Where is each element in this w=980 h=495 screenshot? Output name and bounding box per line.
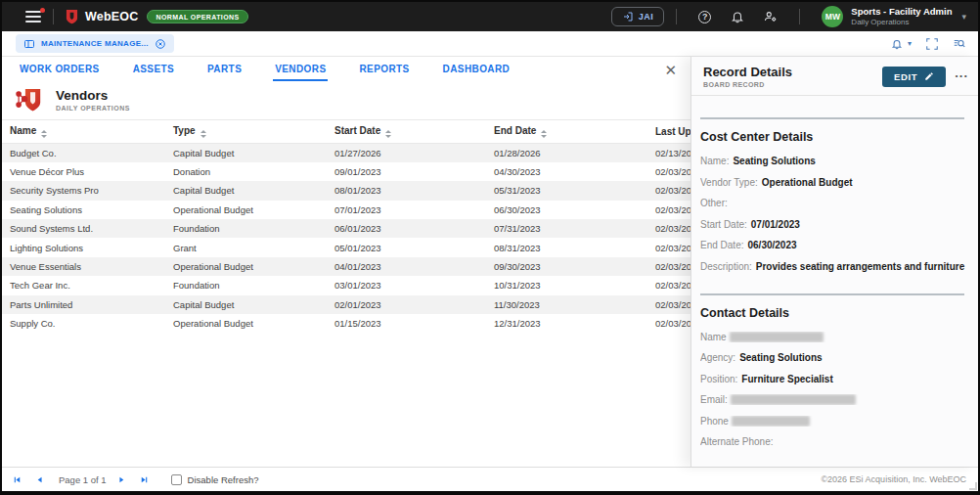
table-cell: 10/31/2023 [486, 276, 647, 294]
user-settings-icon[interactable] [764, 10, 778, 23]
table-cell: 04/01/2023 [327, 257, 486, 276]
vendor-table-body: Budget Co.Capital Budget01/27/202601/28/… [2, 143, 690, 333]
tab-vendors[interactable]: VENDORS [273, 58, 328, 81]
tab-parts[interactable]: PARTS [205, 58, 244, 81]
disable-refresh-label[interactable]: Disable Refresh? [188, 474, 259, 485]
close-circle-icon[interactable] [155, 38, 166, 50]
column-header-last-updat[interactable]: Last Updat [647, 120, 690, 144]
field-phone: Phone [700, 416, 966, 427]
hamburger-menu-icon[interactable] [25, 11, 41, 22]
table-row-supply-co[interactable]: Supply Co.Operational Budget01/15/202312… [2, 314, 690, 333]
resize-handle[interactable] [969, 482, 977, 490]
last-page-button[interactable] [139, 474, 150, 485]
table-row-seating-solutions[interactable]: Seating SolutionsOperational Budget07/01… [2, 201, 690, 219]
disable-refresh-checkbox[interactable] [171, 474, 182, 485]
table-cell: 03/01/2023 [327, 276, 486, 294]
pencil-icon [924, 71, 934, 81]
table-cell: 09/30/2023 [486, 257, 647, 276]
table-cell: 11/30/2023 [486, 295, 647, 314]
next-page-button[interactable] [116, 474, 127, 485]
column-label: Start Date [334, 125, 380, 136]
table-row-parts-unlimited[interactable]: Parts UnlimitedCapital Budget02/01/20231… [2, 295, 690, 314]
column-header-start-date[interactable]: Start Date [327, 120, 486, 144]
table-cell: Operational Budget [165, 314, 327, 333]
table-cell: Supply Co. [2, 314, 165, 333]
table-cell: 04/30/2023 [486, 162, 647, 181]
redacted-value [732, 416, 810, 427]
table-row-lighting-solutions[interactable]: Lighting SolutionsGrant05/01/202308/31/2… [2, 238, 690, 256]
content-area: WORK ORDERSASSETSPARTSVENDORSREPORTSDASH… [2, 57, 978, 467]
table-cell: 02/03/2026 1 [647, 314, 690, 333]
table-cell: 01/15/2023 [327, 314, 486, 333]
tab-reports[interactable]: REPORTS [357, 58, 411, 81]
chevron-down-icon[interactable]: ▾ [908, 39, 912, 48]
help-icon[interactable]: ? [698, 11, 711, 23]
table-cell: Tech Gear Inc. [2, 276, 165, 294]
field-label: Name [700, 332, 727, 342]
field-value: Provides seating arrangements and furnit… [756, 261, 964, 272]
section-divider [700, 293, 964, 295]
jai-button[interactable]: JAI [611, 7, 665, 26]
divider [799, 9, 800, 24]
field-agency: Agency:Seating Solutions [700, 352, 966, 363]
table-cell: 02/01/2023 [327, 295, 486, 314]
board-tab-bar: MAINTENANCE MANAGE... ▾ [2, 31, 978, 57]
section-heading-cost-center-details: Cost Center Details [700, 130, 966, 144]
more-options-icon[interactable]: ... [955, 70, 968, 81]
table-cell: 12/31/2023 [486, 314, 647, 333]
sort-icon [41, 130, 47, 138]
table-cell: Operational Budget [165, 201, 327, 219]
previous-page-button[interactable] [34, 474, 45, 485]
tab-work-orders[interactable]: WORK ORDERS [18, 58, 102, 81]
table-row-tech-gear-inc[interactable]: Tech Gear Inc.Foundation03/01/202310/31/… [2, 276, 690, 294]
column-label: Name [10, 125, 36, 136]
field-name: Name:Seating Solutions [700, 156, 966, 166]
field-label: End Date: [700, 240, 743, 250]
table-cell: 06/01/2023 [327, 219, 486, 238]
board-nav-tabs: WORK ORDERSASSETSPARTSVENDORSREPORTSDASH… [2, 57, 690, 82]
table-cell: Donation [165, 162, 327, 181]
first-page-button[interactable] [12, 474, 22, 485]
vendors-table: NameTypeStart DateEnd DateLast Updat Bud… [2, 119, 690, 333]
table-row-budget-co[interactable]: Budget Co.Capital Budget01/27/202601/28/… [2, 143, 690, 162]
table-cell: 02/13/2026 1 [647, 143, 690, 162]
table-cell: Foundation [165, 219, 327, 238]
fullscreen-icon[interactable] [925, 37, 939, 51]
column-header-type[interactable]: Type [165, 120, 327, 144]
table-row-sound-systems-ltd[interactable]: Sound Systems Ltd.Foundation06/01/202307… [2, 219, 690, 238]
bell-icon[interactable] [731, 10, 744, 23]
table-row-security-systems-pro[interactable]: Security Systems ProCapital Budget08/01/… [2, 181, 690, 200]
advanced-search-icon[interactable] [953, 37, 966, 51]
column-label: Type [173, 125, 196, 136]
edit-button[interactable]: EDIT [882, 67, 946, 87]
field-value: Operational Budget [762, 177, 853, 188]
divider [53, 9, 54, 24]
column-label: End Date [494, 125, 536, 136]
column-header-end-date[interactable]: End Date [486, 120, 647, 144]
alerts-settings-icon[interactable] [890, 37, 904, 51]
field-position: Position:Furniture Specialist [700, 374, 966, 384]
table-cell: 07/01/2023 [327, 201, 486, 219]
close-icon[interactable]: ✕ [662, 63, 679, 77]
table-cell: 06/30/2023 [486, 201, 647, 219]
details-sections: Cost Center DetailsName:Seating Solution… [691, 96, 978, 467]
column-header-name[interactable]: Name [2, 120, 165, 144]
user-menu[interactable]: Sports - Facility Admin Daily Operations [851, 7, 952, 26]
tab-assets[interactable]: ASSETS [131, 58, 176, 81]
table-row-venue-essentials[interactable]: Venue EssentialsOperational Budget04/01/… [2, 257, 690, 276]
field-value: Seating Solutions [733, 156, 815, 166]
section-divider [700, 117, 964, 119]
redacted-value [731, 394, 856, 405]
table-row-venue-d-cor-plus[interactable]: Venue Décor PlusDonation09/01/202304/30/… [2, 162, 690, 181]
table-cell: 08/01/2023 [327, 181, 486, 200]
table-cell: Capital Budget [165, 143, 327, 162]
user-avatar[interactable]: MW [822, 6, 843, 27]
table-cell: Sound Systems Ltd. [2, 219, 165, 238]
field-label: Description: [700, 261, 752, 272]
board-tab-maintenance-management[interactable]: MAINTENANCE MANAGE... [16, 34, 174, 53]
field-label: Start Date: [700, 219, 747, 230]
tab-dashboard[interactable]: DASHBOARD [441, 58, 512, 81]
table-cell: Capital Budget [165, 295, 327, 314]
jai-label: JAI [639, 12, 654, 22]
chevron-down-icon[interactable]: ▾ [961, 12, 966, 22]
